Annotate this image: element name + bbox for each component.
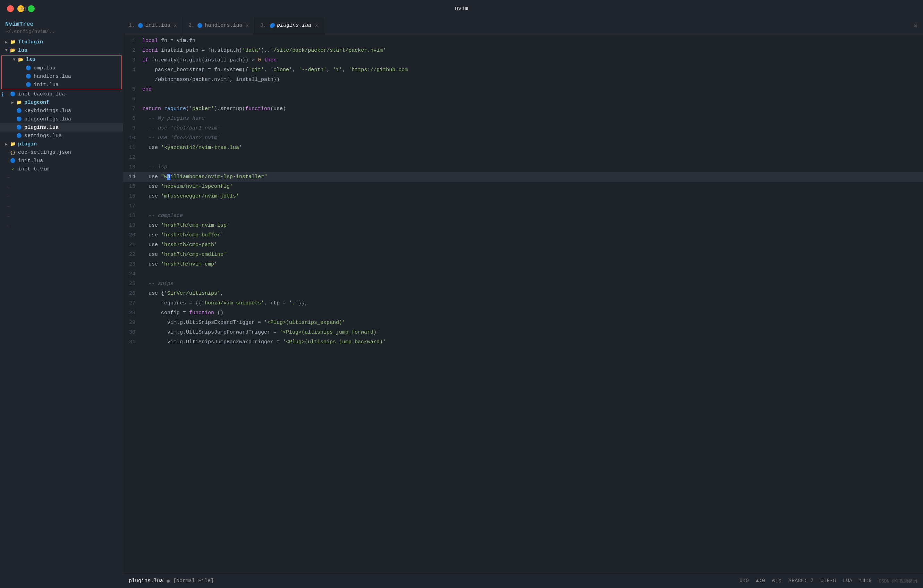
sidebar-item-handlers-lua[interactable]: 🔵 handlers.lua bbox=[2, 72, 122, 80]
sidebar-item-plugconf[interactable]: ▶ 📁 plugconf bbox=[0, 98, 123, 107]
tree-item-label: init_b.vim bbox=[18, 166, 49, 172]
line-content: packer_bootstrap = fn.system({'git', 'cl… bbox=[142, 65, 923, 75]
tree-item-label: lsp bbox=[26, 57, 35, 63]
code-line-23: 23 use 'hrsh7th/nvim-cmp' bbox=[123, 260, 923, 269]
code-line-29: 29 vim.g.UltiSnipsExpandTrigger = '<Plug… bbox=[123, 318, 923, 328]
tree-item-label: coc-settings.json bbox=[18, 149, 71, 156]
line-content: -- snips bbox=[142, 279, 923, 289]
tilde-line: ~ bbox=[0, 193, 123, 202]
sidebar-item-lsp[interactable]: ▼ 📂 lsp bbox=[2, 56, 122, 64]
code-line-19: 19 use 'hrsh7th/cmp-nvim-lsp' bbox=[123, 221, 923, 230]
status-space: SPACE: 2 bbox=[788, 578, 813, 584]
sidebar-item-cmp-lua[interactable]: 🔵 cmp.lua bbox=[2, 64, 122, 72]
tab-close-icon[interactable]: ✕ bbox=[315, 23, 317, 28]
line-number: 26 bbox=[123, 289, 142, 299]
code-line-3: 3 if fn.empty(fn.glob(install_path)) > 0… bbox=[123, 56, 923, 65]
code-line-25: 25 -- snips bbox=[123, 279, 923, 289]
tree-item-label: cmp.lua bbox=[34, 65, 56, 71]
code-line-9: 9 -- use 'foo1/bar1.nvim' bbox=[123, 123, 923, 133]
sidebar-item-init-backup[interactable]: 🔵 init_backup.lua bbox=[0, 90, 123, 98]
status-right: 0:0 ▲:0 ⊗:0 SPACE: 2 UTF-8 LUA 14:9 CSDN… bbox=[739, 578, 918, 584]
line-number: 7 bbox=[123, 104, 142, 114]
line-content: -- use 'foo1/bar1.nvim' bbox=[142, 123, 923, 133]
tree-item-label: ftplugin bbox=[18, 39, 43, 45]
sidebar-item-keybindings[interactable]: 🔵 keybindings.lua bbox=[0, 107, 123, 115]
code-line-30: 30 vim.g.UltiSnipsJumpForwardTrigger = '… bbox=[123, 328, 923, 337]
editor-area: 1. 🔵 init.lua ✕ 2. 🔵 handlers.lua ✕ 3. 🔵… bbox=[123, 17, 923, 588]
file-tree-sidebar: NvimTree ~/.config/nvim/.. ▶ 📁 ftplugin … bbox=[0, 17, 123, 588]
code-line-24: 24 bbox=[123, 269, 923, 279]
tab-close-icon[interactable]: ✕ bbox=[246, 23, 249, 28]
folder-icon: 📁 bbox=[10, 39, 16, 45]
code-editor[interactable]: 1 local fn = vim.fn 2 local install_path… bbox=[123, 34, 923, 573]
status-filetype: LUA bbox=[843, 578, 852, 584]
sidebar-item-ftplugin[interactable]: ▶ 📁 ftplugin bbox=[0, 38, 123, 46]
tab-number: 2. bbox=[188, 23, 194, 28]
code-line-14: 14 use "whilliamboman/nvim-lsp-installer… bbox=[123, 172, 923, 182]
sidebar-item-init-lua-lsp[interactable]: 🔵 init.lua bbox=[2, 80, 122, 89]
sidebar-item-lua[interactable]: ▼ 📂 lua bbox=[0, 46, 123, 54]
code-line-15: 15 use 'neovim/nvim-lspconfig' bbox=[123, 182, 923, 192]
sidebar-item-plugconfigs[interactable]: 🔵 plugconfigs.lua bbox=[0, 115, 123, 123]
tab-close-icon[interactable]: ✕ bbox=[174, 23, 177, 28]
line-number: 5 bbox=[123, 85, 142, 94]
line-number: 28 bbox=[123, 308, 142, 318]
line-number: 8 bbox=[123, 114, 142, 123]
code-line-26: 26 use {'SirVer/ultisnips', bbox=[123, 289, 923, 299]
line-number: 25 bbox=[123, 279, 142, 289]
main-layout: NvimTree ~/.config/nvim/.. ▶ 📁 ftplugin … bbox=[0, 17, 923, 588]
code-line-16: 16 use 'mfussenegger/nvim-jdtls' bbox=[123, 192, 923, 201]
code-line-7: 7 return require('packer').startup(funct… bbox=[123, 104, 923, 114]
line-number: 19 bbox=[123, 221, 142, 230]
code-line-22: 22 use 'hrsh7th/cmp-cmdline' bbox=[123, 250, 923, 260]
lua-file-icon: 🔵 bbox=[16, 133, 22, 139]
line-content: -- My plugins here bbox=[142, 114, 923, 123]
line-content: end bbox=[142, 85, 923, 94]
line-number: 9 bbox=[123, 123, 142, 133]
line-number: 10 bbox=[123, 133, 142, 143]
line-number: 15 bbox=[123, 182, 142, 192]
tab-file-icon: 🔵 bbox=[138, 23, 143, 28]
code-line-4: 4 packer_bootstrap = fn.system({'git', '… bbox=[123, 65, 923, 75]
code-line-27: 27 requires = {{'honza/vim-snippets', rt… bbox=[123, 299, 923, 308]
close-editor-button[interactable]: ✕ bbox=[908, 22, 923, 30]
maximize-button[interactable] bbox=[28, 5, 35, 12]
status-encoding: UTF-8 bbox=[820, 578, 836, 584]
status-left: plugins.lua ◉ [Normal File] bbox=[129, 578, 214, 584]
line-content: config = function () bbox=[142, 308, 923, 318]
code-line-8: 8 -- My plugins here bbox=[123, 114, 923, 123]
lua-file-icon: 🔵 bbox=[25, 82, 31, 88]
line-content: /wbthomason/packer.nvim', install_path}) bbox=[142, 75, 923, 85]
tab-label: init.lua bbox=[145, 23, 170, 28]
line-number: 30 bbox=[123, 328, 142, 337]
sidebar-item-plugin[interactable]: ▶ 📁 plugin bbox=[0, 140, 123, 148]
sidebar-item-init-lua-root[interactable]: 🔵 init.lua bbox=[0, 156, 123, 165]
lua-file-icon: 🔵 bbox=[16, 116, 22, 122]
sidebar-item-init-b-vim[interactable]: ✓ init_b.vim bbox=[0, 165, 123, 173]
line-content: use 'hrsh7th/nvim-cmp' bbox=[142, 260, 923, 269]
tab-handlers-lua[interactable]: 2. 🔵 handlers.lua ✕ bbox=[182, 17, 255, 34]
tab-label: handlers.lua bbox=[205, 23, 242, 28]
titlebar: ⌘1 nvim bbox=[0, 0, 923, 17]
tab-bar: 1. 🔵 init.lua ✕ 2. 🔵 handlers.lua ✕ 3. 🔵… bbox=[123, 17, 923, 34]
sidebar-item-plugins[interactable]: 🔵 plugins.lua bbox=[0, 123, 123, 131]
tilde-line: ~ bbox=[0, 183, 123, 193]
line-content: requires = {{'honza/vim-snippets', rtp =… bbox=[142, 299, 923, 308]
code-line-12: 12 bbox=[123, 153, 923, 163]
tree-item-label: keybindings.lua bbox=[24, 108, 71, 114]
sidebar-item-coc-settings[interactable]: {} coc-settings.json bbox=[0, 148, 123, 156]
status-errors: ⊗:0 bbox=[772, 578, 782, 584]
code-line-1: 1 local fn = vim.fn bbox=[123, 36, 923, 46]
status-bar: plugins.lua ◉ [Normal File] 0:0 ▲:0 ⊗:0 … bbox=[123, 573, 923, 588]
close-button[interactable] bbox=[7, 5, 14, 12]
tab-init-lua[interactable]: 1. 🔵 init.lua ✕ bbox=[123, 17, 182, 34]
code-line-13: 13 -- lsp bbox=[123, 163, 923, 172]
line-content: use "whilliamboman/nvim-lsp-installer" bbox=[142, 172, 923, 182]
tab-plugins-lua[interactable]: 3. 🔵 plugins.lua ✕ bbox=[255, 17, 324, 34]
line-content: use {'SirVer/ultisnips', bbox=[142, 289, 923, 299]
arrow-icon: ▼ bbox=[11, 57, 17, 62]
sidebar-item-settings[interactable]: 🔵 settings.lua bbox=[0, 131, 123, 140]
line-number: 1 bbox=[123, 36, 142, 46]
status-position: 14:9 bbox=[859, 578, 872, 584]
code-line-5: 5 end bbox=[123, 85, 923, 94]
